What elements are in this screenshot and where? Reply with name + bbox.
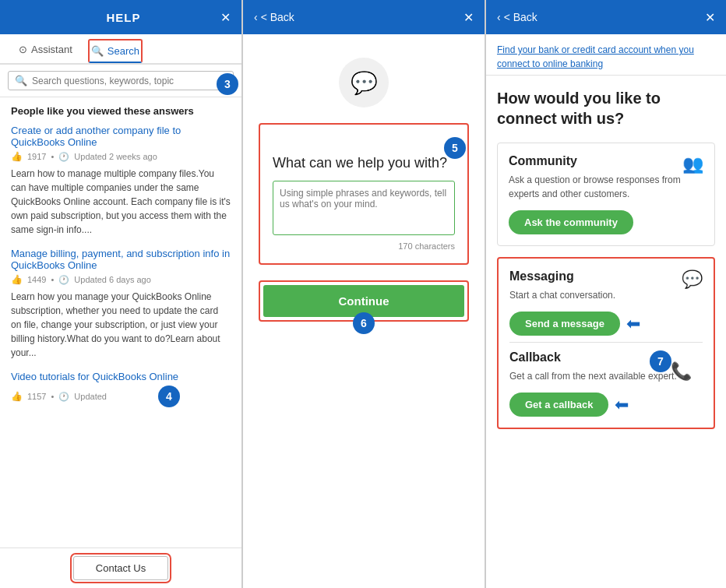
continue-btn-wrap: 6 Continue xyxy=(259,280,469,322)
article-updated-2: Updated 6 days ago xyxy=(74,275,150,284)
article-desc-1: Learn how to manage multiple company fil… xyxy=(11,167,231,237)
tabs-row: ⊙ Assistant 🔍 Search xyxy=(0,34,241,65)
article-updated-3: Updated xyxy=(74,392,107,401)
tab-assistant-label: Assistant xyxy=(31,44,72,55)
clock-icon-3: 🕐 xyxy=(58,392,69,402)
panel2-header: ‹ < Back ✕ xyxy=(243,0,485,34)
step-badge-6: 6 xyxy=(353,312,375,334)
panel1-close-button[interactable]: ✕ xyxy=(220,10,231,25)
step-badge-3: 3 xyxy=(217,73,238,95)
bullet-2: • xyxy=(51,275,54,284)
tab-search[interactable]: 🔍 Search xyxy=(88,39,143,63)
card-divider xyxy=(509,342,703,343)
panel2-back-label: < Back xyxy=(261,11,294,23)
article-meta-3: 👍 1157 • 🕐 Updated 4 xyxy=(11,386,231,407)
search-input-wrap: 🔍 xyxy=(8,71,234,90)
article-likes-2: 1449 xyxy=(27,275,46,284)
search-tab-icon: 🔍 xyxy=(91,45,104,57)
panel1-body: People like you viewed these answers Cre… xyxy=(0,97,241,548)
assistant-icon: ⊙ xyxy=(19,44,27,55)
article-updated-1: Updated 2 weeks ago xyxy=(74,152,157,161)
article-meta-1: 👍 1917 • 🕐 Updated 2 weeks ago xyxy=(11,151,231,162)
get-callback-button[interactable]: Get a callback xyxy=(509,393,608,417)
article-link-2[interactable]: Manage billing, payment, and subscriptio… xyxy=(11,248,231,271)
panel1-footer: Contact Us xyxy=(0,548,241,588)
article-link-3[interactable]: Video tutorials for QuickBooks Online xyxy=(11,371,231,382)
help-question-box: 5 What can we help you with? 170 charact… xyxy=(259,123,469,265)
step-badge-7: 7 xyxy=(650,350,671,372)
messaging-card-title: Messaging xyxy=(509,269,703,283)
back-chevron-icon: ‹ xyxy=(254,11,258,23)
tab-search-label: Search xyxy=(107,45,139,57)
panel3-back-button[interactable]: ‹ < Back xyxy=(497,11,537,23)
community-card-title: Community xyxy=(509,154,703,168)
chat-icon-circle: 💬 xyxy=(339,58,389,107)
help-textarea[interactable] xyxy=(273,181,455,235)
panel3-close-button[interactable]: ✕ xyxy=(705,10,715,25)
panel2-back-button[interactable]: ‹ < Back xyxy=(254,11,294,23)
panel3-top-link-area: Find your bank or credit card account wh… xyxy=(486,34,726,76)
help-panel-2: ‹ < Back ✕ 💬 5 What can we help you with… xyxy=(243,0,485,588)
search-input[interactable] xyxy=(32,76,227,86)
messaging-card-desc: Start a chat conversation. xyxy=(509,288,703,302)
community-card-desc: Ask a question or browse responses from … xyxy=(509,173,703,201)
panel3-body: How would you like to connect with us? 👥… xyxy=(486,76,726,588)
article-likes-1: 1917 xyxy=(27,152,46,161)
search-icon: 🔍 xyxy=(15,75,27,86)
send-message-button[interactable]: Send a message xyxy=(509,312,620,336)
search-box-row: 🔍 3 xyxy=(0,65,241,97)
article-meta-2: 👍 1449 • 🕐 Updated 6 days ago xyxy=(11,274,231,285)
panel2-close-button[interactable]: ✕ xyxy=(463,10,474,25)
clock-icon-1: 🕐 xyxy=(58,152,69,162)
bullet-1: • xyxy=(51,152,54,161)
clock-icon-2: 🕐 xyxy=(58,275,69,285)
panel1-header: HELP ✕ xyxy=(0,0,241,34)
bullet-3: • xyxy=(51,392,54,401)
thumbs-icon-1: 👍 xyxy=(11,151,23,162)
callback-section: 📞 7 Callback Get a call from the next av… xyxy=(509,350,703,417)
article-likes-3: 1157 xyxy=(27,392,46,401)
ask-community-button[interactable]: Ask the community xyxy=(509,210,633,234)
messaging-icon: 💬 xyxy=(682,269,703,290)
panel3-back-label: < Back xyxy=(504,11,537,23)
panel2-body: 💬 5 What can we help you with? 170 chara… xyxy=(243,34,485,588)
step-badge-5: 5 xyxy=(444,137,466,159)
people-like-heading: People like you viewed these answers xyxy=(11,105,231,117)
step-badge-4: 4 xyxy=(158,386,180,407)
article-link-1[interactable]: Create or add another company file to Qu… xyxy=(11,125,231,148)
article-desc-2: Learn how you manage your QuickBooks Onl… xyxy=(11,290,231,360)
thumbs-icon-2: 👍 xyxy=(11,274,23,285)
contact-us-button[interactable]: Contact Us xyxy=(73,556,168,580)
callback-arrow-icon: ⬅ xyxy=(615,395,629,415)
panel3-top-link[interactable]: Find your bank or credit card account wh… xyxy=(497,44,694,69)
chat-icon: 💬 xyxy=(351,70,378,96)
community-card: 👥 Community Ask a question or browse res… xyxy=(497,143,715,246)
tab-assistant[interactable]: ⊙ Assistant xyxy=(8,39,83,63)
messaging-card: 💬 Messaging Start a chat conversation. S… xyxy=(497,257,715,429)
panel1-title: HELP xyxy=(106,11,140,24)
panel3-back-chevron-icon: ‹ xyxy=(497,11,501,23)
panel3-header: ‹ < Back ✕ xyxy=(486,0,726,34)
messaging-arrow-icon: ⬅ xyxy=(626,314,640,334)
help-panel: HELP ✕ ⊙ Assistant 🔍 Search 🔍 3 xyxy=(0,0,241,588)
char-count: 170 characters xyxy=(273,241,455,251)
callback-icon: 📞 xyxy=(671,361,692,382)
thumbs-icon-3: 👍 xyxy=(11,391,23,402)
help-box-title: What can we help you with? xyxy=(273,155,455,171)
community-icon: 👥 xyxy=(682,154,703,174)
connect-title: How would you like to connect with us? xyxy=(497,88,715,129)
help-panel-3: ‹ < Back ✕ Find your bank or credit card… xyxy=(486,0,726,588)
